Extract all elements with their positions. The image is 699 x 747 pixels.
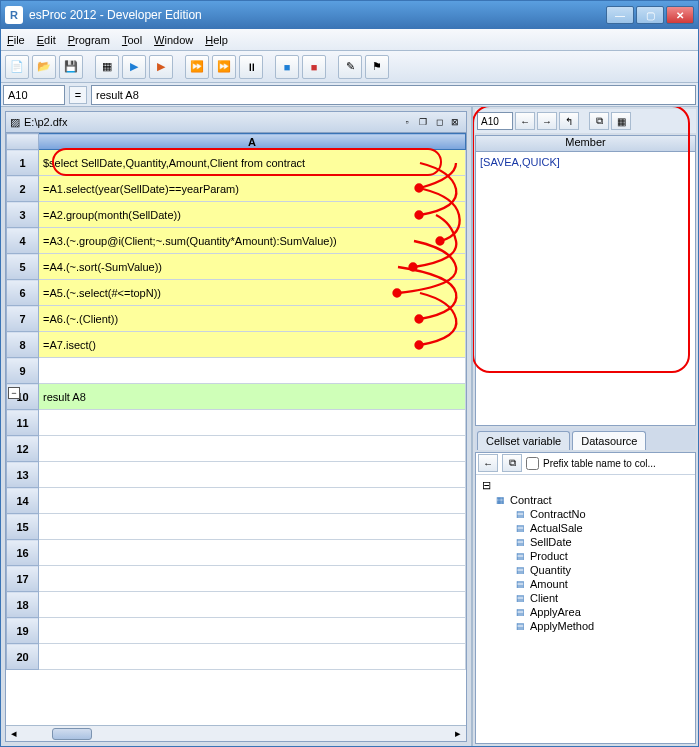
horizontal-scrollbar[interactable]: ◂ ▸: [6, 725, 466, 741]
prefix-label: Prefix table name to col...: [543, 458, 693, 469]
row-header-9[interactable]: 9: [7, 358, 39, 384]
tree-field-applymethod[interactable]: ▤ApplyMethod: [514, 620, 691, 632]
nav-back-button[interactable]: ←: [515, 112, 535, 130]
tree-field-product[interactable]: ▤Product: [514, 550, 691, 562]
cell-A15[interactable]: [39, 514, 466, 540]
cell-A5[interactable]: =A4.(~.sort(-SumValue)): [39, 254, 466, 280]
field-icon: ▤: [514, 508, 526, 520]
stop-all-button[interactable]: ■: [302, 55, 326, 79]
datasource-tree[interactable]: ⊟ ▦ Contract ▤ContractNo▤ActualSale▤Sell…: [476, 475, 695, 744]
row-header-1[interactable]: 1: [7, 150, 39, 176]
run-button[interactable]: ▶: [122, 55, 146, 79]
nav-up-button[interactable]: ↰: [559, 112, 579, 130]
field-icon: ▤: [514, 536, 526, 548]
document-path: E:\p2.dfx: [24, 116, 67, 128]
row-header-6[interactable]: 6: [7, 280, 39, 306]
row-header-7[interactable]: 7: [7, 306, 39, 332]
save-button[interactable]: 💾: [59, 55, 83, 79]
cell-A4[interactable]: =A3.(~.group@i(Client;~.sum(Quantity*Amo…: [39, 228, 466, 254]
grid-area[interactable]: − A 1$select SellDate,Quantity,Amount,Cl…: [6, 133, 466, 725]
prefix-checkbox[interactable]: [526, 457, 539, 470]
cell-A6[interactable]: =A5.(~.select(#<=topN)): [39, 280, 466, 306]
cell-A3[interactable]: =A2.group(month(SellDate)): [39, 202, 466, 228]
copy-button[interactable]: ⧉: [589, 112, 609, 130]
row-header-17[interactable]: 17: [7, 566, 39, 592]
new-button[interactable]: 📄: [5, 55, 29, 79]
cell-A2[interactable]: =A1.select(year(SellDate)==yearParam): [39, 176, 466, 202]
minimize-doc-icon[interactable]: ▫: [400, 115, 414, 129]
minimize-button[interactable]: —: [606, 6, 634, 24]
field-icon: ▤: [514, 564, 526, 576]
maximize-doc-icon[interactable]: ◻: [432, 115, 446, 129]
row-header-18[interactable]: 18: [7, 592, 39, 618]
cell-A16[interactable]: [39, 540, 466, 566]
compile-button[interactable]: ▦: [95, 55, 119, 79]
menubar: FFileile Edit Program Tool Window Help: [1, 29, 698, 51]
cell-reference-input[interactable]: A10: [3, 85, 65, 105]
ds-back-button[interactable]: ←: [478, 454, 498, 472]
member-value: [SAVEA,QUICK]: [476, 152, 695, 425]
cell-A11[interactable]: [39, 410, 466, 436]
row-header-8[interactable]: 8: [7, 332, 39, 358]
row-header-19[interactable]: 19: [7, 618, 39, 644]
grid-view-button[interactable]: ▦: [611, 112, 631, 130]
tree-field-applyarea[interactable]: ▤ApplyArea: [514, 606, 691, 618]
step-over-button[interactable]: ⏩: [185, 55, 209, 79]
restore-doc-icon[interactable]: ❐: [416, 115, 430, 129]
step-into-button[interactable]: ⏩: [212, 55, 236, 79]
tree-root-contract[interactable]: ▦ Contract: [494, 494, 691, 506]
row-header-5[interactable]: 5: [7, 254, 39, 280]
row-header-13[interactable]: 13: [7, 462, 39, 488]
row-header-16[interactable]: 16: [7, 540, 39, 566]
tree-field-contractno[interactable]: ▤ContractNo: [514, 508, 691, 520]
close-button[interactable]: ✕: [666, 6, 694, 24]
cell-A17[interactable]: [39, 566, 466, 592]
cell-A20[interactable]: [39, 644, 466, 670]
cell-A1[interactable]: $select SellDate,Quantity,Amount,Client …: [39, 150, 466, 176]
cell-A8[interactable]: =A7.isect(): [39, 332, 466, 358]
collapse-row-icon[interactable]: −: [8, 387, 20, 399]
menu-help[interactable]: Help: [205, 34, 228, 46]
row-header-3[interactable]: 3: [7, 202, 39, 228]
tree-field-actualsale[interactable]: ▤ActualSale: [514, 522, 691, 534]
debug-button[interactable]: ▶: [149, 55, 173, 79]
cell-A13[interactable]: [39, 462, 466, 488]
row-header-11[interactable]: 11: [7, 410, 39, 436]
tree-field-client[interactable]: ▤Client: [514, 592, 691, 604]
cell-A10[interactable]: result A8: [39, 384, 466, 410]
menu-program[interactable]: Program: [68, 34, 110, 46]
clear-button[interactable]: ✎: [338, 55, 362, 79]
open-button[interactable]: 📂: [32, 55, 56, 79]
close-doc-icon[interactable]: ⊠: [448, 115, 462, 129]
row-header-4[interactable]: 4: [7, 228, 39, 254]
cell-A19[interactable]: [39, 618, 466, 644]
cell-A9[interactable]: [39, 358, 466, 384]
row-header-15[interactable]: 15: [7, 514, 39, 540]
tab-cellset-variable[interactable]: Cellset variable: [477, 431, 570, 450]
maximize-button[interactable]: ▢: [636, 6, 664, 24]
pause-button[interactable]: ⏸: [239, 55, 263, 79]
ds-copy-button[interactable]: ⧉: [502, 454, 522, 472]
menu-tool[interactable]: Tool: [122, 34, 142, 46]
tree-field-quantity[interactable]: ▤Quantity: [514, 564, 691, 576]
cell-A18[interactable]: [39, 592, 466, 618]
tree-field-selldate[interactable]: ▤SellDate: [514, 536, 691, 548]
cell-A14[interactable]: [39, 488, 466, 514]
cell-A12[interactable]: [39, 436, 466, 462]
nav-forward-button[interactable]: →: [537, 112, 557, 130]
row-header-2[interactable]: 2: [7, 176, 39, 202]
menu-window[interactable]: Window: [154, 34, 193, 46]
row-header-12[interactable]: 12: [7, 436, 39, 462]
menu-file[interactable]: FFileile: [7, 34, 25, 46]
column-header-A[interactable]: A: [39, 134, 466, 150]
row-header-14[interactable]: 14: [7, 488, 39, 514]
row-header-20[interactable]: 20: [7, 644, 39, 670]
cell-A7[interactable]: =A6.(~.(Client)): [39, 306, 466, 332]
tree-field-amount[interactable]: ▤Amount: [514, 578, 691, 590]
stop-button[interactable]: ■: [275, 55, 299, 79]
bookmark-button[interactable]: ⚑: [365, 55, 389, 79]
formula-input[interactable]: result A8: [91, 85, 696, 105]
menu-edit[interactable]: Edit: [37, 34, 56, 46]
inspector-cell-ref[interactable]: A10: [477, 112, 513, 130]
tab-datasource[interactable]: Datasource: [572, 431, 646, 450]
